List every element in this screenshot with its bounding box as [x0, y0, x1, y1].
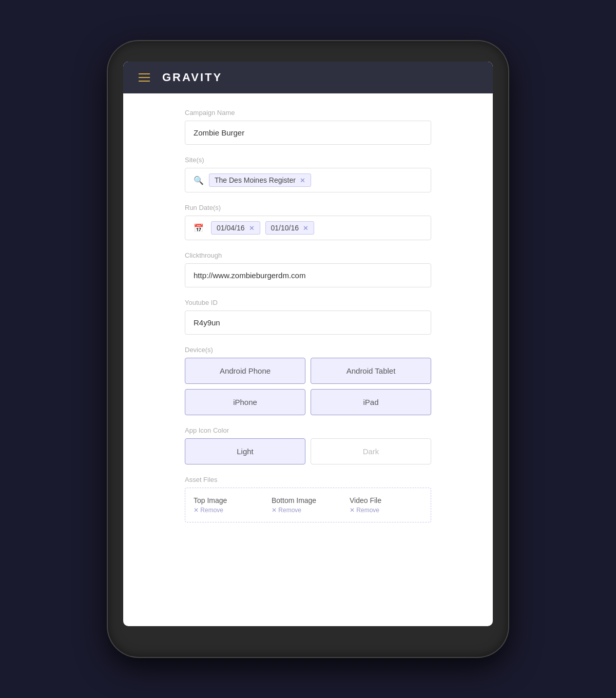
sites-search-field[interactable]: 🔍 The Des Moines Register ✕: [185, 168, 431, 192]
run-dates-group: Run Date(s) 📅 01/04/16 ✕ 01/10/16 ✕: [185, 204, 431, 240]
youtube-input[interactable]: [185, 311, 431, 335]
search-icon: 🔍: [194, 176, 204, 185]
asset-top-image-label: Top Image: [194, 496, 266, 505]
clickthrough-label: Clickthrough: [185, 251, 431, 259]
sites-tag-remove[interactable]: ✕: [300, 177, 305, 184]
devices-label: Device(s): [185, 346, 431, 354]
run-dates-label: Run Date(s): [185, 204, 431, 211]
date-tag-2: 01/10/16 ✕: [265, 221, 315, 235]
device-android-phone[interactable]: Android Phone: [185, 358, 305, 384]
tablet-device: GRAVITY Campaign Name Site(s) 🔍 The Des …: [108, 41, 508, 657]
campaign-name-input[interactable]: [185, 121, 431, 145]
sites-tag: The Des Moines Register ✕: [209, 173, 311, 187]
asset-top-image: Top Image Remove: [194, 496, 266, 514]
device-android-tablet[interactable]: Android Tablet: [311, 358, 431, 384]
devices-grid: Android Phone Android Tablet iPhone iPad: [185, 358, 431, 415]
app-title: GRAVITY: [162, 71, 222, 84]
device-iphone[interactable]: iPhone: [185, 389, 305, 415]
asset-bottom-image-label: Bottom Image: [272, 496, 344, 505]
clickthrough-input[interactable]: [185, 263, 431, 287]
asset-video-file: Video File Remove: [350, 496, 422, 514]
asset-video-file-remove[interactable]: Remove: [350, 507, 422, 514]
date1-remove[interactable]: ✕: [249, 224, 255, 232]
asset-video-file-label: Video File: [350, 496, 422, 505]
tablet-screen: GRAVITY Campaign Name Site(s) 🔍 The Des …: [123, 62, 493, 626]
asset-files-label: Asset Files: [185, 476, 431, 483]
asset-files-box: Top Image Remove Bottom Image Remove Vid…: [185, 488, 431, 522]
color-grid: Light Dark: [185, 438, 431, 464]
menu-icon[interactable]: [139, 73, 150, 82]
run-dates-field[interactable]: 📅 01/04/16 ✕ 01/10/16 ✕: [185, 216, 431, 240]
campaign-name-group: Campaign Name: [185, 109, 431, 145]
devices-group: Device(s) Android Phone Android Tablet i…: [185, 346, 431, 415]
sites-group: Site(s) 🔍 The Des Moines Register ✕: [185, 156, 431, 192]
form-container: Campaign Name Site(s) 🔍 The Des Moines R…: [123, 93, 493, 549]
youtube-label: Youtube ID: [185, 299, 431, 306]
color-light-button[interactable]: Light: [185, 438, 305, 464]
youtube-group: Youtube ID: [185, 299, 431, 335]
date2-remove[interactable]: ✕: [303, 224, 309, 232]
asset-top-image-remove[interactable]: Remove: [194, 507, 266, 514]
app-header: GRAVITY: [123, 62, 493, 93]
clickthrough-group: Clickthrough: [185, 251, 431, 287]
campaign-name-label: Campaign Name: [185, 109, 431, 117]
app-icon-color-label: App Icon Color: [185, 426, 431, 434]
asset-bottom-image: Bottom Image Remove: [272, 496, 344, 514]
asset-bottom-image-remove[interactable]: Remove: [272, 507, 344, 514]
sites-label: Site(s): [185, 156, 431, 164]
app-icon-color-group: App Icon Color Light Dark: [185, 426, 431, 464]
date-tag-1: 01/04/16 ✕: [211, 221, 260, 235]
asset-files-group: Asset Files Top Image Remove Bottom Imag…: [185, 476, 431, 522]
date-tags-container: 01/04/16 ✕ 01/10/16 ✕: [211, 221, 314, 235]
calendar-icon: 📅: [194, 223, 204, 233]
device-ipad[interactable]: iPad: [311, 389, 431, 415]
color-dark-button[interactable]: Dark: [311, 438, 431, 464]
